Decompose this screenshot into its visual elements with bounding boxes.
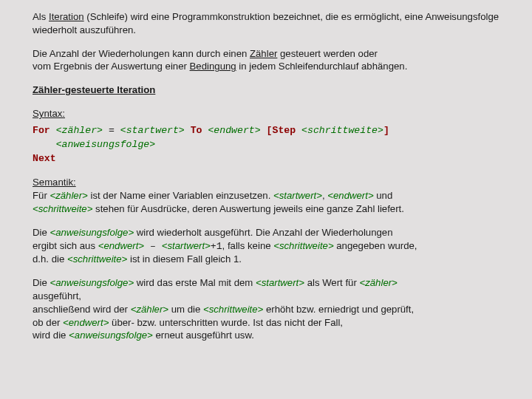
kw-for: For [33,125,50,136]
term-iteration: Iteration [49,11,84,22]
text: Syntax: [33,108,65,119]
text: ist in diesem Fall gleich 1. [127,253,242,265]
text: – [144,241,162,252]
text: Für [33,190,50,201]
syntax-code: For <zähler> = <startwert> To <endwert> … [33,123,499,166]
ph-anweisungsfolge: <anweisungsfolge> [56,139,156,150]
text: ist der Name einer Variablen einzusetzen… [88,190,273,201]
text: um die [168,304,203,315]
semantik-label: Semantik: [33,177,76,188]
text: (Schleife) wird eine Programmkonstruktio… [33,11,499,35]
ph-anweisungsfolge: <anweisungsfolge> [50,277,134,288]
ph-anweisungsfolge: <anweisungsfolge> [69,330,153,341]
semantik-block-1: Semantik: Für <zähler> ist der Name eine… [33,176,499,215]
text: +1 [211,241,222,252]
syntax-label: Syntax: [33,107,499,120]
kw-step: Step [273,125,296,136]
text: stehen für Ausdrücke, deren Auswertung j… [92,203,404,214]
ph-startwert: <startwert> [120,125,185,136]
text: gesteuert werden oder [277,48,378,59]
ph-endwert: <endwert> [98,240,144,251]
ph-zaehler: <zähler> [56,125,103,136]
document-page: Als Iteration (Schleife) wird eine Progr… [0,0,532,360]
paragraph-2: Die Anzahl der Wiederholungen kann durch… [33,47,499,74]
ph-endwert: <endwert> [208,125,260,136]
kw-next: Next [33,153,56,164]
text: Als [33,11,49,22]
text: = [103,125,120,136]
ph-zaehler: <zähler> [359,277,397,288]
text: ergibt sich aus [33,240,98,251]
ph-schrittweite: <schrittweite> [273,240,333,251]
ph-schrittweite: <schrittweite> [301,125,383,136]
bracket-open: [ [261,125,273,136]
text: anschließend wird der [33,304,131,315]
text: angegeben wurde, [334,240,417,251]
text: Die [33,227,50,238]
text: erhöht bzw. erniedrigt und geprüft, [263,304,414,315]
text: und [374,190,393,201]
text: ausgeführt, [33,290,81,301]
bracket-close: ] [383,125,389,136]
term-bedingung: Bedingung [190,61,236,72]
ph-startwert: <startwert> [273,190,322,201]
semantik-block-2: Die <anweisungsfolge> wird wiederholt au… [33,226,499,266]
ph-zaehler: <zähler> [50,190,87,201]
term-zaehler: Zähler [250,48,277,59]
ph-endwert: <endwert> [63,317,109,328]
intro-paragraph: Als Iteration (Schleife) wird eine Progr… [33,10,499,37]
text: vom Ergebnis der Auswertung einer [33,61,190,72]
text: Die Anzahl der Wiederholungen kann durch… [33,48,250,59]
ph-schrittweite: <schrittweite> [67,253,127,265]
text: in jedem Schleifendurchlauf abhängen. [236,61,408,72]
semantik-block-3: Die <anweisungsfolge> wird das erste Mal… [33,276,499,342]
text: erneut ausgeführt usw. [153,330,254,341]
text: wird das erste Mal mit dem [134,277,256,288]
ph-endwert: <endwert> [327,190,373,201]
text: Die [33,277,50,288]
ph-schrittweite: <schrittweite> [33,203,92,214]
section-heading: Zähler-gesteuerte Iteration [33,83,499,97]
text: über- bzw. unterschritten wurde. Ist das… [109,317,343,328]
ph-startwert: <startwert> [162,240,211,251]
ph-startwert: <startwert> [256,277,304,288]
text: d.h. die [33,253,67,265]
ph-anweisungsfolge: <anweisungsfolge> [50,227,134,238]
ph-zaehler: <zähler> [131,304,168,315]
text: wird wiederholt ausgeführt. Die Anzahl d… [134,227,392,238]
text [296,125,301,136]
kw-to: To [185,125,208,136]
ph-schrittweite: <schrittweite> [203,304,263,315]
text: als Wert für [304,277,360,288]
text: , falls keine [222,240,274,251]
text: ob der [33,317,63,328]
text: wird die [33,330,69,341]
